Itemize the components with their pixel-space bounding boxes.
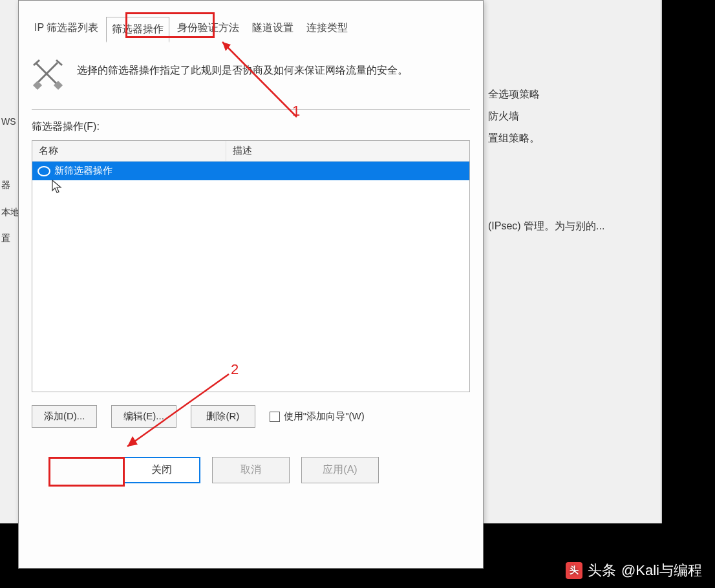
tab-ip-filter-list[interactable]: IP 筛选器列表 [29,16,103,42]
tab-tunnel-settings[interactable]: 隧道设置 [247,16,299,42]
bg-text: 全选项策略 [488,88,540,101]
filter-action-dialog: IP 筛选器列表 筛选器操作 身份验证方法 隧道设置 连接类型 选择的筛选器操作… [18,0,484,569]
annotation-number-2: 2 [231,361,239,378]
use-wizard-checkbox-wrap[interactable]: 使用"添加向导"(W) [270,410,365,423]
filter-action-list[interactable]: 名称 描述 新筛选器操作 [32,140,470,392]
tab-auth-method[interactable]: 身份验证方法 [172,16,244,42]
apply-button[interactable]: 应用(A) [301,457,379,483]
description-row: 选择的筛选器操作指定了此规则是否协商及如何来保证网络流量的安全。 [19,43,483,98]
watermark: 头 头条 @Kali与编程 [566,561,702,580]
cancel-button[interactable]: 取消 [212,457,290,483]
divider [32,109,470,110]
list-item-label: 新筛选器操作 [54,165,112,177]
annotation-number-1: 1 [292,103,300,120]
checkbox-label: 使用"添加向导"(W) [284,410,365,423]
watermark-handle: @Kali与编程 [621,561,702,580]
bg-text: (IPsec) 管理。为与别的... [488,220,604,233]
column-description[interactable]: 描述 [226,141,469,161]
bg-text: 置组策略。 [488,132,540,145]
checkbox-icon[interactable] [270,412,280,422]
close-button[interactable]: 关闭 [123,457,200,483]
list-item[interactable]: 新筛选器操作 [32,162,469,180]
column-name[interactable]: 名称 [32,141,226,161]
bg-text: 防火墙 [488,110,519,123]
list-header: 名称 描述 [32,141,469,162]
edit-button[interactable]: 编辑(E)... [111,405,176,428]
remove-button[interactable]: 删除(R) [191,405,255,428]
svg-marker-9 [127,436,138,446]
bg-text: WS [1,116,16,127]
swords-icon [32,59,64,91]
watermark-prefix: 头条 [588,561,616,580]
bg-text: 本地 [1,207,19,218]
radio-icon[interactable] [37,166,50,176]
cursor-icon [52,180,63,197]
tab-filter-action[interactable]: 筛选器操作 [106,17,169,43]
tab-bar: IP 筛选器列表 筛选器操作 身份验证方法 隧道设置 连接类型 [19,1,483,43]
svg-rect-3 [33,81,42,90]
bg-text: 置 [1,233,10,244]
filter-action-list-label: 筛选器操作(F): [32,120,470,134]
tab-connection-type[interactable]: 连接类型 [301,16,353,42]
description-text: 选择的筛选器操作指定了此规则是否协商及如何来保证网络流量的安全。 [77,59,408,80]
watermark-logo-icon: 头 [566,562,582,579]
add-button[interactable]: 添加(D)... [32,405,97,428]
action-button-row: 添加(D)... 编辑(E)... 删除(R) 使用"添加向导"(W) [32,405,470,428]
bg-text: 器 [1,180,10,191]
dialog-bottom-row: 关闭 取消 应用(A) [19,457,483,483]
